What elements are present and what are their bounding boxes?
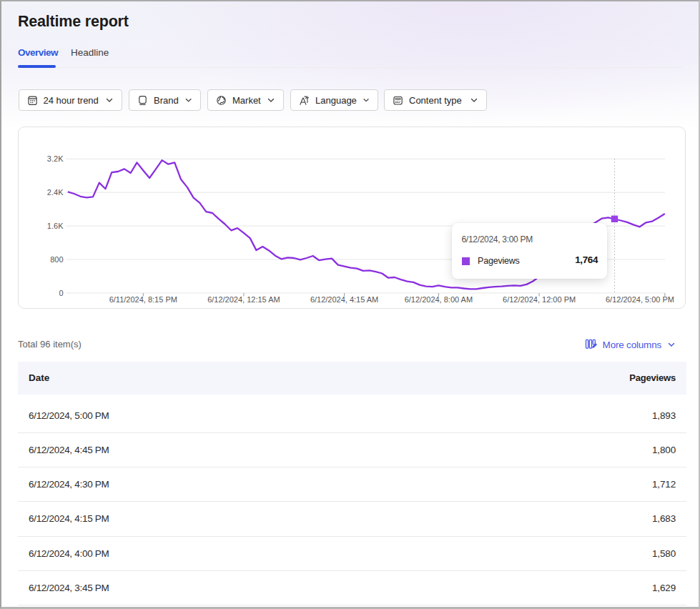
svg-text:6/12/2024, 4:15 AM: 6/12/2024, 4:15 AM — [310, 295, 378, 304]
svg-text:2.4K: 2.4K — [47, 188, 64, 197]
svg-text:1.6K: 1.6K — [47, 222, 64, 230]
svg-text:3.2K: 3.2K — [47, 154, 64, 163]
svg-text:6/12/2024, 12:15 AM: 6/12/2024, 12:15 AM — [207, 295, 280, 304]
svg-text:0: 0 — [59, 289, 63, 297]
svg-text:6/12/2024, 8:00 AM: 6/12/2024, 8:00 AM — [405, 295, 473, 304]
svg-text:800: 800 — [50, 255, 63, 264]
svg-text:6/11/2024, 8:15 PM: 6/11/2024, 8:15 PM — [109, 295, 177, 304]
svg-text:6/12/2024, 12:00 PM: 6/12/2024, 12:00 PM — [503, 295, 576, 304]
svg-text:6/12/2024, 5:00 PM: 6/12/2024, 5:00 PM — [606, 295, 674, 304]
